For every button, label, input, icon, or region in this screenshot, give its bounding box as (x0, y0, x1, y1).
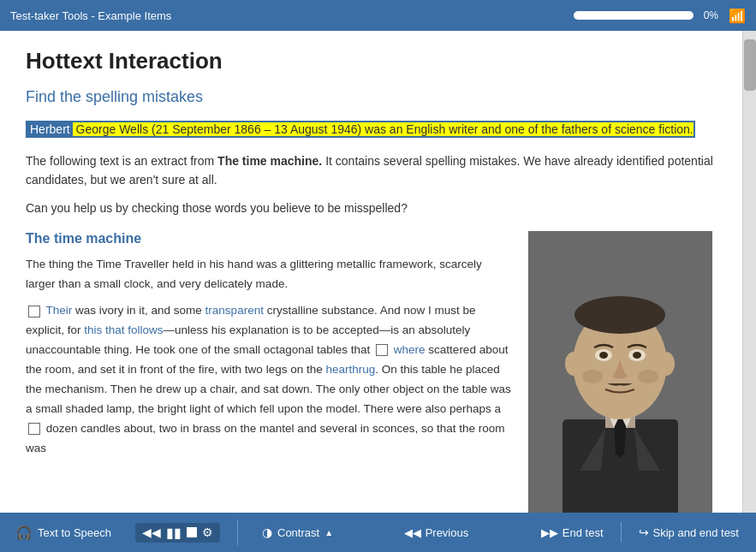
toolbar-left: 🎧 Text to Speech ◀◀ ▮▮ ⚙ ◑ Contrast ▲ (9, 519, 340, 545)
previous-button[interactable]: ◀◀ Previous (396, 523, 478, 543)
rewind-icon[interactable]: ◀◀ (142, 525, 161, 539)
page-title: Hottext Interaction (26, 48, 717, 74)
contrast-label: Contrast (277, 526, 319, 539)
passage-image-layout: The time machine The thing the Time Trav… (26, 231, 717, 513)
highlight-paragraph: Herbert George Wells (21 September 1866 … (26, 120, 717, 139)
end-test-button[interactable]: ▶▶ End test (533, 523, 612, 543)
svg-point-8 (565, 352, 582, 376)
gear-icon[interactable]: ⚙ (202, 525, 213, 539)
clickable-where[interactable]: where (394, 343, 426, 356)
svg-point-9 (658, 352, 675, 376)
bottom-toolbar: 🎧 Text to Speech ◀◀ ▮▮ ⚙ ◑ Contrast ▲ ◀◀… (0, 513, 756, 552)
contrast-arrow: ▲ (324, 528, 333, 537)
checkbox-3[interactable] (28, 423, 40, 435)
progress-pct: 0% (704, 9, 718, 21)
skip-end-label: Skip and end test (653, 526, 739, 539)
passage-heading: The time machine (26, 231, 511, 246)
svg-point-14 (582, 370, 603, 383)
scrollbar[interactable] (742, 31, 756, 513)
nav-separator (621, 522, 622, 543)
tts-button[interactable]: 🎧 Text to Speech (9, 521, 118, 544)
toolbar-divider (237, 519, 238, 545)
contrast-button[interactable]: ◑ Contrast ▲ (255, 522, 340, 543)
image-column: H.G. Wells by G.C. Beresford (528, 231, 717, 513)
svg-point-7 (574, 296, 665, 334)
main-content: Hottext Interaction Find the spelling mi… (0, 31, 756, 513)
end-test-label: End test (563, 526, 604, 539)
selected-word[interactable]: Herbert (27, 122, 73, 137)
svg-point-12 (599, 352, 608, 359)
app-title: Test-taker Tools - Example Items (10, 9, 171, 22)
end-test-icon: ▶▶ (541, 526, 558, 539)
scrollbar-thumb[interactable] (744, 39, 756, 91)
headphone-icon: 🎧 (15, 525, 33, 541)
svg-point-15 (638, 370, 658, 383)
previous-label: Previous (426, 526, 469, 539)
svg-point-13 (633, 352, 641, 359)
intro-text1: The following text is an extract from (26, 154, 217, 168)
question-text: Can you help us by checking those words … (26, 199, 717, 217)
checkbox-1[interactable] (28, 306, 40, 318)
contrast-icon: ◑ (262, 525, 272, 539)
content-area: Hottext Interaction Find the spelling mi… (0, 31, 742, 513)
passage-sentence1: The thing the Time Traveller held in his… (26, 258, 482, 290)
tts-section: 🎧 Text to Speech (9, 521, 118, 544)
passage-text: The thing the Time Traveller held in his… (26, 255, 511, 458)
clickable-this[interactable]: this that follows (84, 323, 163, 336)
checkbox-2[interactable] (376, 344, 388, 356)
tts-label: Text to Speech (38, 526, 111, 539)
skip-end-button[interactable]: ↪ Skip and end test (630, 522, 747, 543)
section-instruction: Find the spelling mistakes (26, 88, 717, 106)
playback-controls: ◀◀ ▮▮ ⚙ (135, 523, 220, 543)
highlight-rest: George Wells (21 September 1866 – 13 Aug… (73, 122, 693, 136)
intro-paragraph: The following text is an extract from Th… (26, 151, 717, 190)
top-bar: Test-taker Tools - Example Items 0% 📶 (0, 0, 756, 31)
toolbar-right: ▶▶ End test ↪ Skip and end test (533, 522, 747, 543)
passage-column: The time machine The thing the Time Trav… (26, 231, 511, 513)
toolbar-center: ◀◀ Previous (396, 523, 478, 543)
clickable-their[interactable]: Their (46, 304, 73, 317)
intro-bold-title: The time machine. (217, 154, 322, 168)
previous-icon: ◀◀ (404, 526, 421, 539)
pause-icon[interactable]: ▮▮ (166, 525, 182, 541)
portrait-image (528, 231, 712, 513)
wifi-icon: 📶 (729, 8, 746, 24)
progress-bar-container (574, 11, 693, 20)
skip-icon: ↪ (639, 525, 649, 539)
stop-icon[interactable] (187, 527, 197, 537)
passage-content4: dozen candles about, two in brass on the… (26, 422, 505, 454)
clickable-hearthrug[interactable]: hearthrug (325, 363, 375, 376)
clickable-transparent[interactable]: transparent (205, 304, 264, 317)
top-bar-right: 0% 📶 (574, 8, 746, 24)
